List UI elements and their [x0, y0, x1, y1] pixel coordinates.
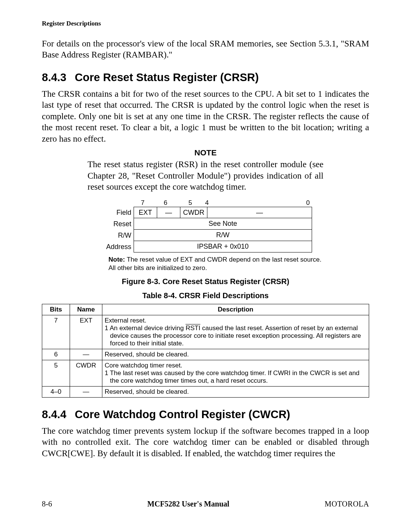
field-row: Field EXT — CWDR —: [99, 207, 312, 218]
cell-bits: 7: [42, 315, 70, 349]
register-diagram: 7 6 5 4 0 Field EXT — CWDR — Reset See N…: [99, 199, 312, 252]
section-8-4-4-body: The core watchdog timer prevents system …: [42, 425, 369, 459]
desc-lead: Core watchdog timer reset.: [105, 362, 182, 369]
bit-6: 6: [154, 199, 177, 207]
address-value: IPSBAR + 0x010: [134, 241, 312, 252]
desc-lead: External reset.: [105, 317, 147, 324]
reset-value: See Note: [134, 218, 312, 229]
cell-name: CWDR: [70, 360, 102, 386]
bit-0: 0: [228, 199, 312, 207]
register-note: Note: The reset value of EXT and CWDR de…: [42, 256, 322, 272]
cell-bits: 6: [42, 349, 70, 360]
rw-row: R/W R/W: [99, 230, 312, 241]
running-header: Register Descriptions: [42, 20, 369, 27]
page: Register Descriptions For details on the…: [0, 0, 411, 532]
cell-desc: Core watchdog timer reset. 1 The last re…: [102, 360, 369, 386]
section-number: 8.4.4: [42, 408, 67, 420]
cell-desc: Reserved, should be cleared.: [102, 386, 369, 397]
section-8-4-3-body: The CRSR contains a bit for two of the r…: [42, 88, 369, 144]
rw-value: R/W: [134, 230, 312, 241]
col-desc: Description: [102, 304, 369, 315]
section-8-4-3-heading: 8.4.3Core Reset Status Register (CRSR): [42, 71, 369, 84]
col-bits: Bits: [42, 304, 70, 315]
section-title: Core Watchdog Control Register (CWCR): [75, 408, 290, 420]
table-row: 7 EXT External reset. 1 An external devi…: [42, 315, 369, 349]
intro-paragraph: For details on the processor's view of t…: [42, 38, 369, 61]
page-footer: 8-6 MCF5282 User's Manual MOTOROLA: [42, 500, 369, 508]
section-title: Core Reset Status Register (CRSR): [75, 71, 259, 83]
table-caption: Table 8-4. CRSR Field Descriptions: [42, 291, 369, 300]
address-label: Address: [99, 241, 134, 252]
register-note-prefix: Note:: [108, 256, 125, 263]
table-row: 6 — Reserved, should be cleared.: [42, 349, 369, 360]
desc-item-pre: 1 An external device driving: [105, 324, 186, 332]
bit-4: 4: [204, 199, 228, 207]
cell-bits: 5: [42, 360, 70, 386]
footer-brand: MOTOROLA: [325, 500, 369, 508]
cell-name: —: [70, 349, 102, 360]
section-8-4-4-heading: 8.4.4Core Watchdog Control Register (CWC…: [42, 408, 369, 421]
field-ext: EXT: [134, 207, 157, 218]
cell-name: —: [70, 386, 102, 397]
field-dash2: —: [207, 207, 312, 218]
cell-bits: 4–0: [42, 386, 70, 397]
crsr-field-table: Bits Name Description 7 EXT External res…: [42, 304, 369, 398]
table-row: 5 CWDR Core watchdog timer reset. 1 The …: [42, 360, 369, 386]
field-cwdr: CWDR: [180, 207, 207, 218]
register-note-text: The reset value of EXT and CWDR depend o…: [108, 256, 322, 271]
table-row: 4–0 — Reserved, should be cleared.: [42, 386, 369, 397]
footer-page-number: 8-6: [42, 500, 52, 508]
desc-item: 1 The last reset was caused by the core …: [105, 369, 366, 385]
footer-manual-title: MCF5282 User's Manual: [147, 500, 229, 508]
bit-number-row: 7 6 5 4 0: [131, 199, 312, 207]
rw-label: R/W: [99, 230, 134, 241]
field-dash1: —: [157, 207, 180, 218]
cell-name: EXT: [70, 315, 102, 349]
bit-7: 7: [131, 199, 154, 207]
section-number: 8.4.3: [42, 71, 67, 83]
cell-desc: Reserved, should be cleared.: [102, 349, 369, 360]
note-body: The reset status register (RSR) in the r…: [88, 159, 323, 192]
table-header-row: Bits Name Description: [42, 304, 369, 315]
cell-desc: External reset. 1 An external device dri…: [102, 315, 369, 349]
reset-label: Reset: [99, 218, 134, 230]
figure-caption: Figure 8-3. Core Reset Status Register (…: [42, 277, 369, 286]
address-row: Address IPSBAR + 0x010: [99, 241, 312, 252]
note-label: NOTE: [42, 148, 369, 157]
rsti-overline: RSTI: [186, 324, 201, 332]
bit-5: 5: [177, 199, 204, 207]
reset-row: Reset See Note: [99, 218, 312, 230]
col-name: Name: [70, 304, 102, 315]
field-label: Field: [99, 207, 134, 218]
desc-item: 1 An external device driving RSTI caused…: [105, 324, 366, 347]
